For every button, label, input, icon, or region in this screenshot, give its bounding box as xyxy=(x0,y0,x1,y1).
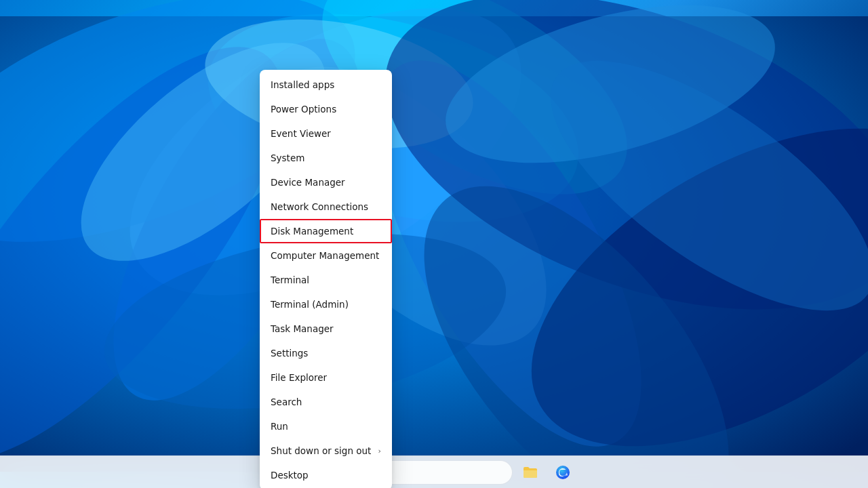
menu-item-label: Settings xyxy=(271,348,308,359)
menu-item-label: Task Manager xyxy=(271,323,334,334)
menu-item-label: Network Connections xyxy=(271,201,368,212)
menu-item-label: Terminal (Admin) xyxy=(271,299,349,310)
menu-item-label: Search xyxy=(271,396,302,407)
menu-item-label: Disk Management xyxy=(271,226,353,237)
menu-item-label: File Explorer xyxy=(271,372,327,383)
menu-item-desktop[interactable]: Desktop xyxy=(260,463,392,487)
wallpaper xyxy=(0,0,868,488)
menu-item-file-explorer[interactable]: File Explorer xyxy=(260,365,392,390)
submenu-arrow-icon: › xyxy=(378,447,381,455)
menu-item-search[interactable]: Search xyxy=(260,390,392,414)
menu-item-event-viewer[interactable]: Event Viewer xyxy=(260,121,392,146)
menu-item-settings[interactable]: Settings xyxy=(260,341,392,365)
menu-item-system[interactable]: System xyxy=(260,146,392,170)
menu-item-label: Installed apps xyxy=(271,79,334,90)
menu-item-terminal[interactable]: Terminal xyxy=(260,268,392,292)
menu-item-label: System xyxy=(271,152,304,163)
menu-item-device-manager[interactable]: Device Manager xyxy=(260,170,392,195)
menu-item-shut-down[interactable]: Shut down or sign out› xyxy=(260,439,392,463)
menu-item-label: Shut down or sign out xyxy=(271,445,371,456)
menu-item-disk-management[interactable]: Disk Management xyxy=(260,219,392,243)
menu-item-computer-management[interactable]: Computer Management xyxy=(260,243,392,268)
menu-item-label: Computer Management xyxy=(271,250,379,261)
desktop: Installed appsPower OptionsEvent ViewerS… xyxy=(0,0,868,488)
menu-item-run[interactable]: Run xyxy=(260,414,392,439)
svg-point-19 xyxy=(556,466,570,479)
folder-icon xyxy=(522,466,538,479)
edge-button[interactable] xyxy=(548,458,578,487)
menu-item-label: Power Options xyxy=(271,104,336,115)
menu-item-label: Device Manager xyxy=(271,177,345,188)
edge-icon xyxy=(555,465,570,480)
menu-item-power-options[interactable]: Power Options xyxy=(260,97,392,121)
menu-item-label: Terminal xyxy=(271,274,309,285)
file-explorer-button[interactable] xyxy=(515,458,545,487)
menu-item-terminal-admin[interactable]: Terminal (Admin) xyxy=(260,292,392,317)
menu-item-label: Event Viewer xyxy=(271,128,331,139)
menu-item-task-manager[interactable]: Task Manager xyxy=(260,317,392,341)
menu-item-label: Run xyxy=(271,421,288,432)
context-menu: Installed appsPower OptionsEvent ViewerS… xyxy=(260,70,392,488)
menu-item-network-connections[interactable]: Network Connections xyxy=(260,195,392,219)
menu-item-label: Desktop xyxy=(271,470,309,481)
menu-item-installed-apps[interactable]: Installed apps xyxy=(260,73,392,97)
taskbar: Search xyxy=(0,455,868,488)
